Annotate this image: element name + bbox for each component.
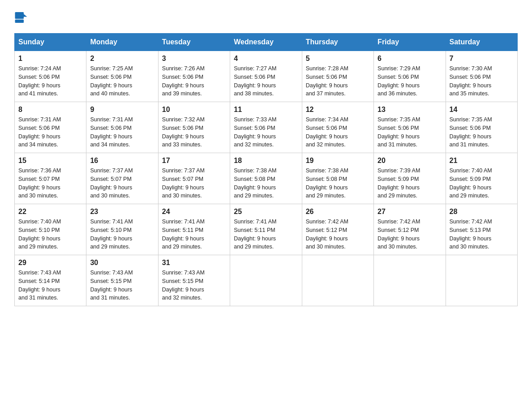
logo [14, 11, 30, 24]
calendar-cell: 22Sunrise: 7:40 AMSunset: 5:10 PMDayligh… [15, 204, 86, 255]
day-info: Sunrise: 7:43 AMSunset: 5:15 PMDaylight:… [90, 269, 154, 302]
calendar-cell: 11Sunrise: 7:33 AMSunset: 5:06 PMDayligh… [230, 102, 302, 153]
day-number: 15 [18, 157, 82, 165]
day-number: 30 [90, 259, 154, 267]
calendar-cell: 14Sunrise: 7:35 AMSunset: 5:06 PMDayligh… [446, 102, 517, 153]
calendar-table: SundayMondayTuesdayWednesdayThursdayFrid… [14, 33, 518, 306]
day-info: Sunrise: 7:40 AMSunset: 5:09 PMDaylight:… [450, 167, 514, 200]
day-header-thursday: Thursday [302, 34, 373, 51]
day-info: Sunrise: 7:41 AMSunset: 5:11 PMDaylight:… [162, 218, 226, 251]
day-info: Sunrise: 7:30 AMSunset: 5:06 PMDaylight:… [450, 64, 514, 98]
day-number: 10 [162, 106, 226, 114]
day-number: 7 [450, 55, 514, 63]
calendar-cell: 17Sunrise: 7:37 AMSunset: 5:07 PMDayligh… [158, 153, 230, 204]
calendar-cell: 16Sunrise: 7:37 AMSunset: 5:07 PMDayligh… [86, 153, 158, 204]
svg-marker-1 [24, 14, 27, 17]
calendar-week-2: 8Sunrise: 7:31 AMSunset: 5:06 PMDaylight… [15, 102, 518, 153]
logo-icon [14, 11, 28, 24]
svg-rect-2 [15, 20, 24, 23]
day-header-sunday: Sunday [15, 34, 86, 51]
calendar-cell: 27Sunrise: 7:42 AMSunset: 5:12 PMDayligh… [374, 204, 446, 255]
calendar-body: 1Sunrise: 7:24 AMSunset: 5:06 PMDaylight… [15, 51, 518, 306]
day-info: Sunrise: 7:31 AMSunset: 5:06 PMDaylight:… [18, 116, 82, 149]
calendar-cell: 18Sunrise: 7:38 AMSunset: 5:08 PMDayligh… [230, 153, 302, 204]
calendar-week-1: 1Sunrise: 7:24 AMSunset: 5:06 PMDaylight… [15, 51, 518, 102]
day-info: Sunrise: 7:40 AMSunset: 5:10 PMDaylight:… [18, 218, 82, 251]
day-number: 14 [450, 106, 514, 114]
day-number: 6 [378, 55, 442, 63]
day-info: Sunrise: 7:27 AMSunset: 5:06 PMDaylight:… [234, 64, 298, 98]
day-info: Sunrise: 7:25 AMSunset: 5:06 PMDaylight:… [90, 64, 154, 98]
calendar-cell: 31Sunrise: 7:43 AMSunset: 5:15 PMDayligh… [158, 255, 230, 306]
day-info: Sunrise: 7:29 AMSunset: 5:06 PMDaylight:… [378, 64, 442, 98]
svg-rect-0 [15, 12, 24, 19]
day-header-wednesday: Wednesday [230, 34, 302, 51]
calendar-cell: 25Sunrise: 7:41 AMSunset: 5:11 PMDayligh… [230, 204, 302, 255]
day-number: 12 [306, 106, 370, 114]
day-number: 5 [306, 55, 370, 63]
day-number: 29 [18, 259, 82, 267]
day-info: Sunrise: 7:33 AMSunset: 5:06 PMDaylight:… [234, 116, 298, 149]
day-info: Sunrise: 7:38 AMSunset: 5:08 PMDaylight:… [306, 167, 370, 200]
calendar-cell: 6Sunrise: 7:29 AMSunset: 5:06 PMDaylight… [374, 51, 446, 102]
day-header-monday: Monday [86, 34, 158, 51]
calendar-week-3: 15Sunrise: 7:36 AMSunset: 5:07 PMDayligh… [15, 153, 518, 204]
calendar-header-row: SundayMondayTuesdayWednesdayThursdayFrid… [15, 34, 518, 51]
calendar-cell: 24Sunrise: 7:41 AMSunset: 5:11 PMDayligh… [158, 204, 230, 255]
day-number: 3 [162, 55, 226, 63]
day-info: Sunrise: 7:42 AMSunset: 5:13 PMDaylight:… [450, 218, 514, 251]
calendar-cell [446, 255, 517, 306]
day-info: Sunrise: 7:42 AMSunset: 5:12 PMDaylight:… [306, 218, 370, 251]
day-info: Sunrise: 7:28 AMSunset: 5:06 PMDaylight:… [306, 64, 370, 98]
calendar-cell: 23Sunrise: 7:41 AMSunset: 5:10 PMDayligh… [86, 204, 158, 255]
day-number: 16 [90, 157, 154, 165]
day-number: 22 [18, 208, 82, 216]
day-info: Sunrise: 7:43 AMSunset: 5:15 PMDaylight:… [162, 269, 226, 302]
day-number: 25 [234, 208, 298, 216]
calendar-week-4: 22Sunrise: 7:40 AMSunset: 5:10 PMDayligh… [15, 204, 518, 255]
day-info: Sunrise: 7:32 AMSunset: 5:06 PMDaylight:… [162, 116, 226, 149]
calendar-cell: 10Sunrise: 7:32 AMSunset: 5:06 PMDayligh… [158, 102, 230, 153]
calendar-cell [374, 255, 446, 306]
calendar-cell: 3Sunrise: 7:26 AMSunset: 5:06 PMDaylight… [158, 51, 230, 102]
day-number: 11 [234, 106, 298, 114]
day-number: 27 [378, 208, 442, 216]
day-info: Sunrise: 7:43 AMSunset: 5:14 PMDaylight:… [18, 269, 82, 302]
calendar-cell: 5Sunrise: 7:28 AMSunset: 5:06 PMDaylight… [302, 51, 373, 102]
calendar-cell: 20Sunrise: 7:39 AMSunset: 5:09 PMDayligh… [374, 153, 446, 204]
day-number: 9 [90, 106, 154, 114]
day-number: 31 [162, 259, 226, 267]
day-info: Sunrise: 7:24 AMSunset: 5:06 PMDaylight:… [18, 64, 82, 98]
day-info: Sunrise: 7:36 AMSunset: 5:07 PMDaylight:… [18, 167, 82, 200]
day-info: Sunrise: 7:41 AMSunset: 5:10 PMDaylight:… [90, 218, 154, 251]
calendar-cell: 13Sunrise: 7:35 AMSunset: 5:06 PMDayligh… [374, 102, 446, 153]
day-info: Sunrise: 7:34 AMSunset: 5:06 PMDaylight:… [306, 116, 370, 149]
calendar-cell: 8Sunrise: 7:31 AMSunset: 5:06 PMDaylight… [15, 102, 86, 153]
day-header-friday: Friday [374, 34, 446, 51]
day-number: 1 [18, 55, 82, 63]
calendar-cell [302, 255, 373, 306]
calendar-cell: 7Sunrise: 7:30 AMSunset: 5:06 PMDaylight… [446, 51, 517, 102]
day-number: 20 [378, 157, 442, 165]
day-number: 21 [450, 157, 514, 165]
header [14, 11, 518, 24]
day-info: Sunrise: 7:38 AMSunset: 5:08 PMDaylight:… [234, 167, 298, 200]
calendar-cell: 1Sunrise: 7:24 AMSunset: 5:06 PMDaylight… [15, 51, 86, 102]
day-number: 26 [306, 208, 370, 216]
day-number: 23 [90, 208, 154, 216]
calendar-week-5: 29Sunrise: 7:43 AMSunset: 5:14 PMDayligh… [15, 255, 518, 306]
day-number: 19 [306, 157, 370, 165]
day-number: 18 [234, 157, 298, 165]
calendar-cell: 26Sunrise: 7:42 AMSunset: 5:12 PMDayligh… [302, 204, 373, 255]
calendar-cell: 12Sunrise: 7:34 AMSunset: 5:06 PMDayligh… [302, 102, 373, 153]
day-number: 17 [162, 157, 226, 165]
day-info: Sunrise: 7:35 AMSunset: 5:06 PMDaylight:… [450, 116, 514, 149]
calendar-cell: 29Sunrise: 7:43 AMSunset: 5:14 PMDayligh… [15, 255, 86, 306]
day-info: Sunrise: 7:31 AMSunset: 5:06 PMDaylight:… [90, 116, 154, 149]
day-info: Sunrise: 7:26 AMSunset: 5:06 PMDaylight:… [162, 64, 226, 98]
calendar-cell: 4Sunrise: 7:27 AMSunset: 5:06 PMDaylight… [230, 51, 302, 102]
calendar-cell: 15Sunrise: 7:36 AMSunset: 5:07 PMDayligh… [15, 153, 86, 204]
day-info: Sunrise: 7:37 AMSunset: 5:07 PMDaylight:… [90, 167, 154, 200]
calendar-cell: 30Sunrise: 7:43 AMSunset: 5:15 PMDayligh… [86, 255, 158, 306]
day-number: 28 [450, 208, 514, 216]
